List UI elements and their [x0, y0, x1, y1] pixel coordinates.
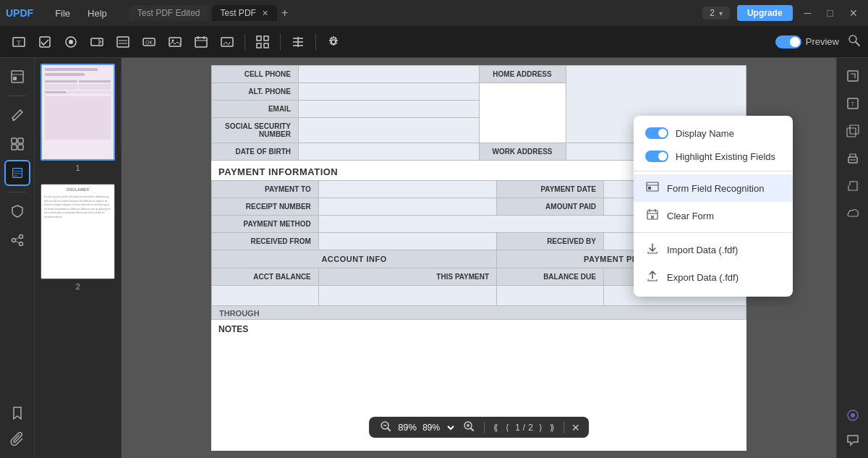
- zoom-separator: [484, 422, 485, 433]
- menu-item-clear-form[interactable]: Clear Form: [634, 202, 793, 229]
- page-nav-chevron: ▾: [719, 9, 723, 17]
- tab-active-label: Test PDF: [221, 8, 256, 18]
- sidebar-protect-icon[interactable]: [4, 198, 30, 224]
- svg-rect-19: [257, 36, 261, 41]
- page-nav[interactable]: 2 ▾: [702, 7, 730, 20]
- svg-rect-64: [847, 128, 856, 137]
- payment-to-input[interactable]: [318, 181, 496, 198]
- payment-to-label: PAYMENT TO: [212, 181, 319, 198]
- menu-item-highlight-fields[interactable]: Highlight Existing Fields: [634, 145, 793, 168]
- sidebar-thumbnail-icon[interactable]: [4, 64, 30, 90]
- this-payment-input[interactable]: [318, 286, 496, 306]
- sidebar-bookmark-icon[interactable]: [4, 400, 30, 426]
- export-data-icon: [645, 269, 660, 285]
- cell-phone-input[interactable]: [299, 66, 480, 83]
- dob-input[interactable]: [299, 143, 480, 161]
- svg-point-69: [851, 413, 855, 417]
- page-thumb-1-label: 1: [41, 164, 115, 172]
- menu-file[interactable]: File: [48, 5, 77, 22]
- receipt-number-input[interactable]: [318, 198, 496, 216]
- tab-inactive[interactable]: Test PDF Edited: [129, 5, 209, 21]
- close-button[interactable]: ✕: [845, 7, 862, 19]
- prev-page-button[interactable]: ⟨: [504, 421, 511, 434]
- right-sidebar-cloud-icon[interactable]: [841, 201, 865, 226]
- preview-toggle-switch[interactable]: [775, 35, 801, 48]
- menu-item-display-name[interactable]: Display Name: [634, 122, 793, 145]
- right-sidebar-ocr-icon[interactable]: T: [841, 91, 865, 116]
- right-sidebar-convert-icon[interactable]: [841, 64, 865, 88]
- received-from-input[interactable]: [318, 233, 496, 250]
- tab-close-icon[interactable]: ✕: [262, 9, 268, 18]
- sidebar-share-icon[interactable]: [4, 227, 30, 253]
- svg-rect-22: [264, 43, 268, 48]
- pdf-content[interactable]: CELL PHONE HOME ADDRESS ALT. PHONE EMAIL: [122, 58, 836, 458]
- balance-due-input[interactable]: [497, 286, 604, 306]
- svg-rect-21: [257, 43, 261, 48]
- button-tool[interactable]: OK: [137, 32, 161, 52]
- menu-item-import-data[interactable]: Import Data (.fdf): [634, 236, 793, 263]
- date-tool[interactable]: [190, 32, 213, 52]
- combo-box-tool[interactable]: [85, 32, 109, 52]
- svg-line-46: [15, 241, 20, 243]
- right-sidebar-print-icon[interactable]: [841, 146, 865, 171]
- sidebar-form-icon[interactable]: [4, 160, 30, 186]
- maximize-button[interactable]: □: [823, 7, 838, 19]
- sidebar-attachment-icon[interactable]: [4, 426, 30, 452]
- page-thumb-2[interactable]: DISCLAIMER Lorem ipsum dolor sit amet co…: [41, 184, 115, 291]
- thumb2-text: Lorem ipsum dolor sit amet consectetur a…: [44, 195, 111, 219]
- right-sidebar-batch-icon[interactable]: [841, 119, 865, 143]
- sidebar-edit-icon[interactable]: [4, 102, 30, 128]
- table-row: THROUGH: [212, 306, 746, 320]
- upgrade-button[interactable]: Upgrade: [737, 5, 793, 21]
- highlight-fields-label: Highlight Existing Fields: [676, 151, 781, 162]
- zoom-in-button[interactable]: [461, 420, 477, 435]
- text-field-tool[interactable]: T: [7, 32, 30, 52]
- email-input[interactable]: [299, 101, 480, 118]
- left-sidebar: [0, 58, 35, 458]
- right-sidebar-chat-icon[interactable]: [841, 428, 865, 452]
- select-tool[interactable]: [251, 32, 274, 52]
- list-box-tool[interactable]: [111, 32, 135, 52]
- right-sidebar-magic-icon[interactable]: [841, 403, 865, 428]
- new-tab-button[interactable]: +: [281, 7, 288, 20]
- first-page-button[interactable]: ⟪: [492, 421, 500, 434]
- close-zoom-bar-button[interactable]: ✕: [571, 422, 580, 433]
- checkbox-tool[interactable]: [33, 32, 56, 52]
- settings-tool[interactable]: [322, 32, 345, 52]
- display-name-toggle[interactable]: [645, 127, 668, 139]
- work-address-label: WORK ADDRESS: [479, 143, 566, 161]
- align-tool[interactable]: [286, 32, 310, 52]
- alt-phone-input[interactable]: [299, 83, 480, 101]
- highlight-fields-toggle[interactable]: [645, 150, 668, 162]
- svg-rect-12: [169, 38, 181, 46]
- zoom-separator-2: [563, 422, 564, 433]
- next-page-button[interactable]: ⟩: [537, 421, 544, 434]
- svg-text:OK: OK: [145, 40, 153, 45]
- radio-tool[interactable]: [59, 32, 82, 52]
- search-button[interactable]: [848, 34, 861, 50]
- through-label: THROUGH: [212, 306, 746, 320]
- zoom-out-button[interactable]: [378, 420, 393, 435]
- home-address-label: HOME ADDRESS: [479, 66, 566, 83]
- received-from-label: RECEIVED FROM: [212, 233, 319, 250]
- preview-toggle-knob: [790, 37, 800, 47]
- right-sidebar-share-icon[interactable]: [841, 174, 865, 198]
- zoom-percentage: 89%: [398, 422, 417, 433]
- toolbar-separator-3: [315, 33, 316, 51]
- thumb-line: [45, 73, 85, 76]
- image-tool[interactable]: [163, 32, 187, 52]
- ssn-input[interactable]: [299, 118, 480, 143]
- zoom-select[interactable]: 89%50%75%100%125%150%: [420, 422, 456, 433]
- cell-phone-label: CELL PHONE: [212, 66, 299, 83]
- sidebar-organize-icon[interactable]: [4, 131, 30, 157]
- minimize-button[interactable]: ─: [800, 7, 816, 19]
- account-info-header: ACCOUNT INFO: [212, 250, 497, 268]
- menu-item-export-data[interactable]: Export Data (.fdf): [634, 263, 793, 291]
- signature-tool[interactable]: [216, 32, 239, 52]
- page-thumb-1[interactable]: 1: [41, 64, 115, 172]
- acct-balance-input[interactable]: [212, 286, 319, 306]
- last-page-button[interactable]: ⟫: [548, 421, 556, 434]
- tab-active[interactable]: Test PDF ✕: [212, 5, 277, 21]
- menu-item-form-recognition[interactable]: Form Field Recognition: [634, 174, 793, 202]
- menu-help[interactable]: Help: [80, 5, 114, 22]
